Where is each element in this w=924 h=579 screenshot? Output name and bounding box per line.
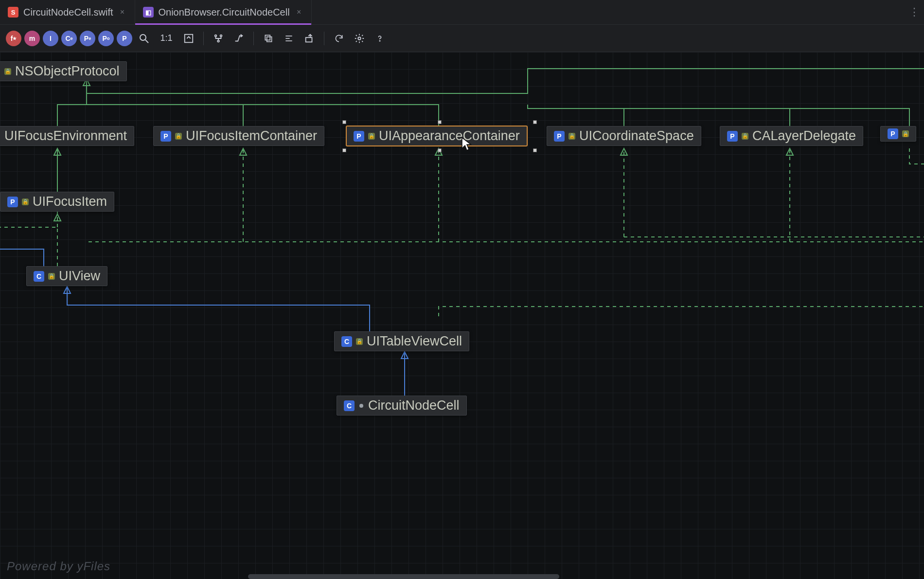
selection-handle[interactable] (533, 148, 537, 152)
lock-icon: 🔒 (4, 68, 11, 75)
tab-label: OnionBrowser.CircuitNodeCell (159, 7, 290, 18)
diagram-canvas[interactable]: 🔒 NSObjectProtocol UIFocusEnvironment P … (0, 52, 924, 579)
node-uitableviewcell[interactable]: C 🔒 UITableViewCell (334, 331, 469, 351)
filter-initializers-button[interactable]: I (43, 31, 58, 46)
node-label: UICoordinateSpace (579, 128, 694, 144)
lock-icon: 🔒 (48, 273, 55, 280)
svg-marker-15 (54, 148, 61, 155)
tab-label: CircuitNodeCell.swift (23, 7, 113, 18)
lock-icon: 🔒 (356, 338, 363, 345)
svg-marker-16 (240, 148, 247, 155)
filter-classes-button[interactable]: Ce (61, 31, 77, 46)
diagram-toolbar: f★ m I Ce Pe Po P 1:1 (0, 25, 924, 52)
toolbar-separator (253, 32, 254, 45)
layout-icon[interactable] (210, 30, 227, 47)
footnote-label: Powered by yFiles (7, 560, 110, 573)
class-badge-icon: C (341, 336, 352, 347)
route-edges-icon[interactable] (230, 30, 248, 47)
node-label: UIAppearanceContainer (379, 128, 520, 144)
swift-file-icon: S (8, 7, 18, 18)
selection-handle[interactable] (533, 120, 537, 124)
node-uiview[interactable]: C 🔒 UIView (26, 266, 107, 286)
lock-icon: 🔒 (22, 199, 29, 205)
tab-overflow-icon[interactable]: ⋮ (905, 0, 924, 24)
node-calayerdelegate[interactable]: P 🔒 CALayerDelegate (720, 126, 863, 146)
node-label: UIFocusItemContainer (186, 128, 317, 144)
lock-icon: 🔒 (742, 133, 748, 140)
node-label: CALayerDelegate (752, 128, 856, 144)
class-badge-icon: C (34, 271, 44, 282)
svg-rect-7 (265, 35, 270, 40)
node-label: UIFocusEnvironment (4, 128, 127, 144)
diagram-file-icon: ◧ (143, 7, 154, 18)
fit-content-icon[interactable] (180, 30, 197, 47)
svg-rect-11 (306, 37, 312, 42)
svg-line-1 (145, 40, 148, 43)
protocol-badge-icon: P (554, 131, 565, 142)
filter-fields-button[interactable]: f★ (6, 31, 21, 46)
filter-protocol-ext-button[interactable]: Pe (80, 31, 95, 46)
filter-protocols-button[interactable]: Po (98, 31, 114, 46)
origin-dot-icon (359, 404, 363, 408)
node-uifocusenvironment[interactable]: UIFocusEnvironment (0, 126, 134, 146)
lock-icon: 🔒 (368, 133, 375, 140)
svg-marker-19 (786, 148, 793, 155)
tab-file-swift[interactable]: S CircuitNodeCell.swift × (0, 0, 135, 24)
lock-icon: 🔒 (175, 133, 182, 140)
node-label: CircuitNodeCell (368, 398, 460, 413)
protocol-badge-icon: P (727, 131, 738, 142)
node-label: UIFocusItem (33, 194, 107, 209)
svg-point-4 (220, 35, 222, 36)
svg-point-3 (215, 35, 217, 36)
horizontal-scrollbar[interactable] (248, 574, 559, 579)
svg-rect-6 (267, 36, 272, 41)
export-icon[interactable] (301, 30, 318, 47)
help-icon[interactable] (371, 30, 389, 47)
svg-point-13 (379, 40, 380, 41)
svg-marker-21 (64, 287, 71, 293)
scale-1to1-button[interactable]: 1:1 (156, 30, 177, 47)
lock-icon: 🔒 (902, 130, 909, 137)
protocol-badge-icon: P (7, 197, 18, 207)
node-nsobjectprotocol[interactable]: 🔒 NSObjectProtocol (0, 61, 127, 81)
toolbar-separator (324, 32, 324, 45)
svg-marker-20 (54, 214, 61, 221)
selection-handle[interactable] (438, 148, 442, 152)
settings-icon[interactable] (351, 30, 368, 47)
filter-properties-button[interactable]: P (117, 31, 132, 46)
editor-tabbar: S CircuitNodeCell.swift × ◧ OnionBrowser… (0, 0, 924, 25)
protocol-badge-icon: P (888, 128, 898, 139)
selection-handle[interactable] (438, 120, 442, 124)
lock-icon: 🔒 (569, 133, 575, 140)
node-uifocusitem[interactable]: P 🔒 UIFocusItem (0, 192, 114, 212)
svg-rect-2 (185, 34, 193, 42)
node-offscreen-right[interactable]: P 🔒 (880, 126, 916, 142)
protocol-badge-icon: P (354, 131, 364, 142)
svg-point-0 (140, 35, 146, 40)
class-badge-icon: C (344, 400, 355, 411)
copy-icon[interactable] (260, 30, 277, 47)
protocol-badge-icon: P (160, 131, 171, 142)
node-uiappearancecontainer[interactable]: P 🔒 UIAppearanceContainer (346, 126, 527, 146)
svg-point-5 (217, 40, 219, 42)
close-icon[interactable]: × (118, 8, 127, 17)
diagram-canvas-wrap: 🔒 NSObjectProtocol UIFocusEnvironment P … (0, 52, 924, 579)
svg-marker-18 (621, 148, 627, 155)
zoom-icon[interactable] (135, 30, 153, 47)
tab-diagram[interactable]: ◧ OnionBrowser.CircuitNodeCell × (135, 0, 312, 24)
node-uicoordinatespace[interactable]: P 🔒 UICoordinateSpace (547, 126, 701, 146)
align-icon[interactable] (280, 30, 298, 47)
refresh-icon[interactable] (330, 30, 348, 47)
toolbar-separator (203, 32, 204, 45)
node-label: UIView (59, 269, 100, 284)
svg-marker-22 (401, 352, 408, 359)
tabbar-spacer (312, 0, 905, 24)
node-uifocusitemcontainer[interactable]: P 🔒 UIFocusItemContainer (153, 126, 324, 146)
svg-point-12 (358, 37, 361, 40)
selection-handle[interactable] (342, 148, 346, 152)
close-icon[interactable]: × (295, 8, 303, 17)
filter-methods-button[interactable]: m (24, 31, 40, 46)
node-label: UITableViewCell (367, 334, 462, 349)
node-circuitnodecell[interactable]: C CircuitNodeCell (337, 396, 467, 416)
selection-handle[interactable] (342, 120, 346, 124)
